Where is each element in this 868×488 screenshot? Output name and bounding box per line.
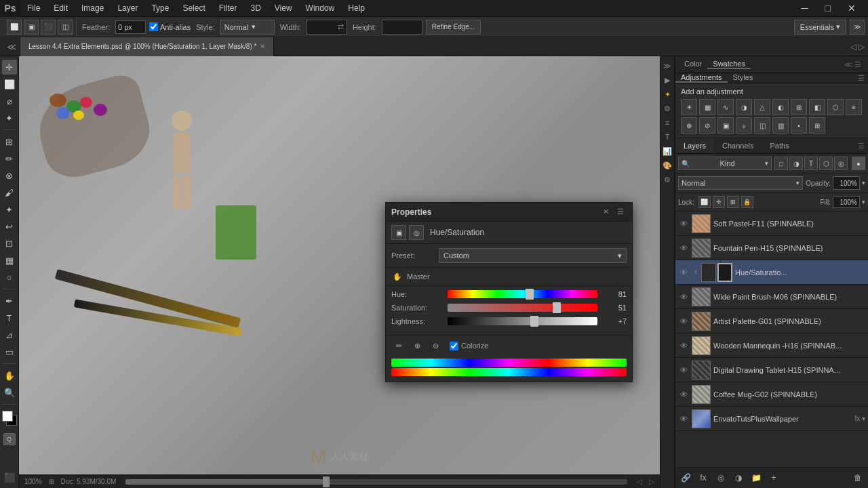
brush-tool[interactable]: 🖌	[2, 185, 17, 200]
tab-layers[interactable]: Layers	[675, 138, 714, 153]
new-group-btn[interactable]: 📁	[749, 470, 764, 485]
hue-slider-thumb[interactable]	[526, 289, 534, 300]
panel-menu-btn[interactable]: ☰	[854, 60, 861, 69]
layer-item[interactable]: 👁 Wooden Mannequin -H16 (SPINNAB...	[675, 333, 868, 358]
layer-item[interactable]: 👁 Soft Pastel-F11 (SPINNABLE)	[675, 211, 868, 236]
add-adj-layer-btn[interactable]: ◑	[731, 470, 746, 485]
photofilt-adj-icon[interactable]: ⬡	[827, 99, 844, 115]
huesat-adj-icon[interactable]: ◐	[772, 99, 789, 115]
sample-tool-3[interactable]: ⊖	[428, 338, 443, 353]
move-tool[interactable]: ✛	[2, 60, 17, 75]
tab-color[interactable]: Color	[679, 60, 707, 69]
levels-adj-icon[interactable]: ▦	[699, 99, 715, 115]
poster-adj-icon[interactable]: ▣	[717, 117, 734, 134]
menu-edit[interactable]: Edit	[47, 0, 75, 16]
dodge-tool[interactable]: ○	[2, 270, 17, 285]
new-layer-btn[interactable]: +	[766, 470, 781, 485]
rect-select-tool[interactable]: ⬜	[7, 20, 22, 35]
adj-menu-btn[interactable]: ☰	[858, 74, 868, 83]
history-tool[interactable]: ↩	[2, 219, 17, 234]
layer-link-icon[interactable]: f	[692, 263, 700, 282]
timeline-thumb[interactable]	[323, 476, 330, 487]
kind-filter-dropdown[interactable]: 🔍 Kind ▾	[678, 157, 772, 170]
gradient-tool[interactable]: ▦	[2, 253, 17, 268]
path-select-tool[interactable]: ⊿	[2, 327, 17, 342]
fit-screen-btn[interactable]: ⊞	[49, 478, 54, 485]
sample-tool-2[interactable]: ⊕	[410, 338, 425, 353]
mid-btn-palette[interactable]: 🎨	[661, 159, 673, 171]
tab-close-btn[interactable]: ✕	[260, 43, 265, 50]
layer-item[interactable]: 👁 Digital Drawing Tablet-H15 (SPINNA...	[675, 358, 868, 382]
tab-paths[interactable]: Paths	[762, 138, 797, 153]
canvas-area[interactable]: M 人人素材 100% ⊞ Doc: 5.93M/30.0M ◁ ▷ Prope…	[19, 56, 660, 488]
visibility-toggle[interactable]: 👁	[678, 243, 689, 253]
tool-opt2[interactable]: ⬛	[41, 20, 56, 35]
menu-window[interactable]: Window	[299, 0, 342, 16]
tab-scroll-left[interactable]: ◁	[850, 42, 856, 52]
menu-layer[interactable]: Layer	[111, 0, 144, 16]
eraser-tool[interactable]: ⊡	[2, 236, 17, 251]
workspace-extra[interactable]: ≫	[850, 20, 865, 35]
opacity-input[interactable]	[833, 176, 860, 190]
menu-filter[interactable]: Filter	[212, 0, 244, 16]
visibility-toggle[interactable]: 👁	[678, 267, 689, 278]
prop-close-btn[interactable]: ✕	[599, 206, 612, 218]
adj-filter-icon[interactable]: ◑	[789, 157, 803, 170]
screen-mode-btn[interactable]: ⬛	[2, 470, 17, 485]
eyedropper-tool[interactable]: ✏	[2, 151, 17, 166]
refine-edge-btn[interactable]: Refine Edge...	[426, 20, 481, 35]
scroll-left-btn[interactable]: ◁	[637, 478, 642, 485]
style-dropdown[interactable]: Normal ▾	[220, 20, 275, 35]
visibility-toggle[interactable]: 👁	[678, 413, 689, 424]
shape-tool[interactable]: ▭	[2, 344, 17, 359]
pixel-filter-icon[interactable]: □	[774, 157, 788, 170]
bw-adj-icon[interactable]: ◧	[809, 99, 825, 115]
layer-item[interactable]: 👁 EnvatoTutsPlusWallpaper fx ▾	[675, 407, 868, 431]
anti-alias-checkbox[interactable]	[149, 22, 158, 31]
saturation-slider-track[interactable]	[448, 304, 597, 312]
tool-opt3[interactable]: ◫	[58, 20, 73, 35]
maximize-btn[interactable]: □	[818, 3, 837, 14]
feather-input[interactable]	[115, 20, 146, 34]
layer-effects-btn[interactable]: fx	[696, 470, 711, 485]
lock-move-icon[interactable]: ✛	[713, 196, 725, 208]
prop-menu-btn[interactable]: ☰	[614, 206, 627, 218]
hue-slider-track[interactable]	[448, 290, 597, 298]
visibility-toggle[interactable]: 👁	[678, 291, 689, 302]
text-tool[interactable]: T	[2, 310, 17, 325]
menu-image[interactable]: Image	[75, 0, 111, 16]
layer-item[interactable]: 👁 Artist Palette-G01 (SPINNABLE)	[675, 309, 868, 333]
layer-item-hue-sat[interactable]: 👁 f Hue/Saturatio...	[675, 260, 868, 285]
lightness-slider-thumb[interactable]	[530, 316, 538, 327]
menu-3d[interactable]: 3D	[243, 0, 267, 16]
prop-layer-icon[interactable]: ▣	[391, 225, 406, 240]
color-swatches[interactable]	[2, 411, 17, 426]
mid-btn-gear[interactable]: ⚙	[661, 102, 673, 115]
crop-tool[interactable]: ⊞	[2, 134, 17, 149]
mid-btn-settings[interactable]: ⚙	[661, 174, 673, 186]
close-btn[interactable]: ✕	[841, 3, 863, 14]
link-layers-btn[interactable]: 🔗	[678, 470, 693, 485]
visibility-toggle[interactable]: 👁	[678, 218, 689, 229]
active-document-tab[interactable]: Lesson 4.4 Extra Elements.psd @ 100% (Hu…	[20, 37, 274, 56]
add-mask-btn[interactable]: ◎	[713, 470, 728, 485]
curves-adj-icon[interactable]: ∿	[717, 99, 734, 115]
colorize-checkbox[interactable]	[450, 342, 458, 350]
opacity-chevron[interactable]: ▾	[862, 180, 865, 186]
menu-file[interactable]: File	[20, 0, 47, 16]
zoom-tool[interactable]: 🔍	[2, 385, 17, 400]
lock-all-icon[interactable]: 🔒	[741, 196, 753, 208]
prop-camera-icon[interactable]: ◎	[409, 225, 424, 240]
shape-filter-icon[interactable]: ⬡	[819, 157, 833, 170]
pattern-adj-icon[interactable]: ⊞	[809, 117, 825, 134]
menu-help[interactable]: Help	[341, 0, 372, 16]
pen-tool[interactable]: ✒	[2, 293, 17, 308]
tab-styles[interactable]: Styles	[728, 73, 759, 83]
mid-btn-type[interactable]: T	[661, 131, 673, 143]
saturation-slider-thumb[interactable]	[553, 302, 561, 313]
lock-artboard-icon[interactable]: ⊞	[727, 196, 739, 208]
colorlook-adj-icon[interactable]: ⊕	[681, 117, 697, 134]
layer-item[interactable]: 👁 Fountain Pen-H15 (SPINNABLE)	[675, 236, 868, 260]
menu-view[interactable]: View	[268, 0, 299, 16]
smart-filter-icon[interactable]: ◎	[834, 157, 848, 170]
